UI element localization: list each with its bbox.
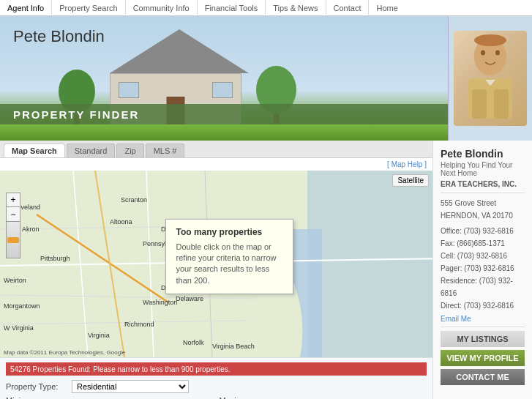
city-label-washington: Washington <box>143 299 177 306</box>
map-controls: + − <box>6 193 20 258</box>
svg-rect-2 <box>472 89 487 119</box>
nav-tips-news[interactable]: Tips & News <box>266 0 326 16</box>
map-tooltip: Too many properties Double click on the … <box>165 218 293 294</box>
zoom-in-button[interactable]: + <box>6 193 20 207</box>
nav-agent-info[interactable]: Agent Info <box>0 0 52 16</box>
search-panel: 54276 Properties Found: Please narrow to… <box>0 357 432 399</box>
sidebar-address: 555 Grove Street HERNDON, VA 20170 <box>441 197 525 222</box>
sidebar-pager: Pager: (703) 932-6816 <box>441 264 514 272</box>
city-label-virginia: Virginia <box>88 332 110 339</box>
tooltip-text: Double click on the map or refine your c… <box>176 241 282 286</box>
view-profile-button[interactable]: VIEW MY PROFILE <box>441 350 525 366</box>
main-content: Map Search Standard Zip MLS # [ Map Help… <box>0 141 532 399</box>
svg-point-6 <box>474 34 506 46</box>
sidebar-phone-info: Office: (703) 932-6816 Fax: (866)685-137… <box>441 225 525 312</box>
navigation: Agent Info Property Search Community Inf… <box>0 0 532 16</box>
city-label-akron: Akron <box>22 225 40 233</box>
city-label-pittsburgh: Pittsburgh <box>40 255 70 262</box>
found-bar: 54276 Properties Found: Please narrow to… <box>6 362 427 376</box>
zoom-out-button[interactable]: − <box>6 207 20 222</box>
sidebar-fax: Fax: (866)685-1371 <box>441 239 505 247</box>
my-listings-button[interactable]: MY LISTINGS <box>441 331 525 347</box>
found-count: 54276 Properties Found: <box>10 365 91 373</box>
max-price-label: Maximum Price: <box>220 396 267 399</box>
sidebar-divider-1 <box>441 193 525 193</box>
agent-sidebar: Pete Blondin Helping You Find Your Next … <box>433 141 532 399</box>
city-label-scranton: Scranton <box>121 196 147 204</box>
satellite-button[interactable]: Satellite <box>392 174 429 187</box>
city-label-altoona: Altoona <box>110 218 132 225</box>
svg-point-4 <box>481 51 485 56</box>
zoom-slider[interactable] <box>6 222 20 258</box>
tab-map-search[interactable]: Map Search <box>4 143 65 157</box>
city-label-vb: Virginia Beach <box>212 343 255 350</box>
nav-contact[interactable]: Contact <box>326 0 370 16</box>
tab-mls[interactable]: MLS # <box>146 143 185 157</box>
sidebar-company: ERA TEACHERS, INC. <box>441 180 525 188</box>
agent-avatar <box>454 31 527 126</box>
city-label-richmond: Richmond <box>124 321 154 328</box>
map-visual[interactable]: Cleveland Akron Pittsburgh Weirton Morga… <box>0 171 432 357</box>
sidebar-email-link[interactable]: Email Me <box>441 315 525 323</box>
property-type-select[interactable]: Residential Commercial Land <box>72 380 189 393</box>
header-banner: Pete Blondin PROPERTY FINDER <box>0 16 532 141</box>
sidebar-agent-name: Pete Blondin <box>441 148 525 160</box>
map-attribution: Map data ©2011 Europa Technologies, Goog… <box>4 349 125 356</box>
agent-photo-container <box>448 16 532 141</box>
min-price-label: Minimum Price: <box>6 396 53 399</box>
min-price-col: Minimum Price: No Minimum $50,000 $100,0… <box>6 396 214 399</box>
city-label-norfolk: Norfolk <box>183 339 204 346</box>
svg-point-5 <box>495 51 500 56</box>
sidebar-tagline: Helping You Find Your Next Home <box>441 161 525 177</box>
price-row: Minimum Price: No Minimum $50,000 $100,0… <box>6 396 427 399</box>
city-label-weirton: Weirton <box>4 277 26 284</box>
city-label-wv: W Virginia <box>4 324 34 332</box>
map-help-link: [ Map Help ] <box>0 158 432 171</box>
contact-me-button[interactable]: CONTACT ME <box>441 369 525 385</box>
max-price-col: Maximum Price: No Maximum $200,000 $500,… <box>220 396 427 399</box>
sidebar-office: Office: (703) 932-6816 <box>441 227 514 235</box>
tab-standard[interactable]: Standard <box>67 143 116 157</box>
property-type-label: Property Type: <box>6 382 72 391</box>
search-tabs: Map Search Standard Zip MLS # <box>0 141 432 158</box>
tooltip-heading: Too many properties <box>176 226 282 236</box>
nav-home[interactable]: Home <box>369 0 405 16</box>
property-type-row: Property Type: Residential Commercial La… <box>6 380 427 393</box>
sidebar-cell: Cell: (703) 932-6816 <box>441 252 507 260</box>
map-help-anchor[interactable]: [ Map Help ] <box>387 160 427 168</box>
nav-financial-tools[interactable]: Financial Tools <box>198 0 266 16</box>
nav-community-info[interactable]: Community Info <box>126 0 198 16</box>
city-label-delaware: Delaware <box>176 295 203 302</box>
nav-property-search[interactable]: Property Search <box>52 0 125 16</box>
narrow-text: Please narrow to less than 900 propertie… <box>93 365 230 373</box>
svg-rect-8 <box>307 171 432 357</box>
sidebar-direct: Direct: (703) 932-6816 <box>441 302 514 310</box>
sidebar-divider-2 <box>441 327 525 327</box>
sidebar-residence: Residence: (703) 932-6816 <box>441 277 513 297</box>
city-label-morgantown: Morgantown <box>4 302 40 310</box>
tab-zip[interactable]: Zip <box>116 143 143 157</box>
svg-rect-3 <box>494 89 509 119</box>
map-container[interactable]: Cleveland Akron Pittsburgh Weirton Morga… <box>0 171 432 357</box>
map-section: Map Search Standard Zip MLS # [ Map Help… <box>0 141 433 399</box>
